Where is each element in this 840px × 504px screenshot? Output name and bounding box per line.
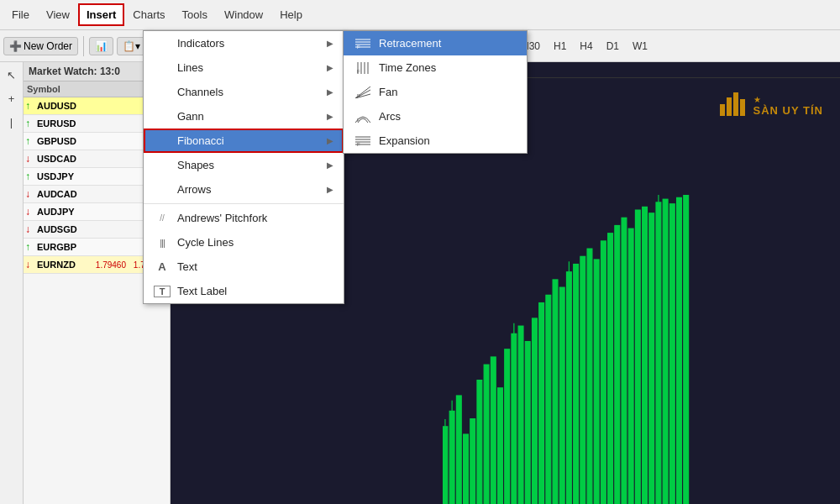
svg-rect-30 xyxy=(622,218,627,504)
svg-rect-7 xyxy=(463,434,468,504)
submenu-entry-expansion[interactable]: F Expansion xyxy=(344,129,527,153)
svg-rect-1 xyxy=(727,97,732,116)
svg-rect-34 xyxy=(649,213,654,504)
svg-text:F: F xyxy=(357,45,360,50)
arrow-down-icon: ↓ xyxy=(25,206,37,218)
svg-rect-25 xyxy=(587,249,592,504)
svg-rect-17 xyxy=(532,318,537,504)
svg-rect-9 xyxy=(477,381,482,504)
menu-entry-text-label[interactable]: T Text Label xyxy=(144,279,344,303)
watermark-brand: SÀN UY TÍN xyxy=(753,104,823,117)
menu-entry-fibonacci[interactable]: Fibonacci ▶ xyxy=(144,129,344,153)
tf-h4[interactable]: H4 xyxy=(575,39,597,54)
line-tool[interactable]: | xyxy=(3,113,21,131)
menu-window[interactable]: Window xyxy=(216,3,271,26)
svg-rect-14 xyxy=(512,333,517,504)
svg-rect-31 xyxy=(628,228,633,504)
menu-tools[interactable]: Tools xyxy=(174,3,216,26)
arrow-down-icon: ↓ xyxy=(25,223,37,235)
svg-rect-0 xyxy=(720,104,725,116)
chart-type-btn[interactable]: 📊 xyxy=(89,37,113,55)
menu-entry-gann[interactable]: Gann ▶ xyxy=(144,104,344,129)
crosshair-tool[interactable]: + xyxy=(3,89,21,108)
svg-text:F: F xyxy=(357,142,360,147)
menu-charts[interactable]: Charts xyxy=(124,3,173,26)
svg-rect-18 xyxy=(539,303,544,504)
submenu-entry-arcs[interactable]: F Arcs xyxy=(344,104,527,129)
expansion-icon: F xyxy=(354,135,372,147)
text-label-icon: T xyxy=(154,286,171,297)
submenu-arrow-icon: ▶ xyxy=(327,63,333,72)
menu-view[interactable]: View xyxy=(38,3,78,26)
arrow-down-icon: ↓ xyxy=(25,259,37,270)
svg-rect-8 xyxy=(470,419,475,504)
submenu-arrow-icon: ▶ xyxy=(327,112,333,121)
time-zones-icon: F xyxy=(354,62,372,74)
pitchfork-icon: // xyxy=(154,213,171,223)
menu-entry-lines[interactable]: Lines ▶ xyxy=(144,55,344,80)
tf-h1[interactable]: H1 xyxy=(549,39,571,54)
arrow-down-icon: ↓ xyxy=(25,153,37,165)
menu-entry-indicators[interactable]: Indicators ▶ xyxy=(144,31,344,55)
add-icon: ➕ xyxy=(9,40,22,52)
svg-rect-38 xyxy=(676,197,681,504)
watermark-chart-icon xyxy=(718,87,748,123)
svg-rect-19 xyxy=(546,295,551,504)
svg-rect-23 xyxy=(573,265,578,504)
svg-rect-12 xyxy=(497,388,502,504)
watermark-star: ★ xyxy=(753,95,823,104)
submenu-arrow-icon: ▶ xyxy=(327,39,333,48)
arrow-up-icon: ↑ xyxy=(25,171,37,182)
submenu-entry-retracement[interactable]: F Retracement xyxy=(344,31,527,55)
tf-w1[interactable]: W1 xyxy=(627,39,653,54)
menu-entry-channels[interactable]: Channels ▶ xyxy=(144,80,344,104)
arcs-icon: F xyxy=(354,111,372,123)
svg-rect-4 xyxy=(443,427,448,504)
svg-rect-2 xyxy=(733,92,738,116)
svg-rect-27 xyxy=(601,241,606,504)
arrow-up-icon: ↑ xyxy=(25,100,37,112)
svg-rect-35 xyxy=(656,202,661,504)
menu-entry-text[interactable]: A Text xyxy=(144,255,344,279)
insert-menu[interactable]: Indicators ▶ Lines ▶ Channels ▶ Gann ▶ xyxy=(143,30,344,304)
tf-d1[interactable]: D1 xyxy=(601,39,624,54)
submenu-arrow-icon: ▶ xyxy=(327,136,333,145)
svg-text:F: F xyxy=(357,118,360,123)
menu-entry-shapes[interactable]: Shapes ▶ xyxy=(144,153,344,177)
svg-rect-10 xyxy=(484,365,489,504)
svg-rect-20 xyxy=(553,280,558,504)
submenu-arrow-icon: ▶ xyxy=(327,185,333,194)
menu-entry-arrows[interactable]: Arrows ▶ xyxy=(144,177,344,202)
menu-divider xyxy=(144,203,344,204)
menu-insert[interactable]: Insert xyxy=(78,3,124,26)
svg-rect-22 xyxy=(566,272,571,504)
submenu-arrow-icon: ▶ xyxy=(327,87,333,97)
svg-rect-32 xyxy=(635,210,640,504)
arrow-down-icon: ↓ xyxy=(25,188,37,200)
col-bid-header xyxy=(82,81,129,97)
chart-visualization xyxy=(438,195,840,504)
menu-help[interactable]: Help xyxy=(271,3,311,26)
svg-rect-24 xyxy=(580,256,585,504)
svg-rect-15 xyxy=(518,326,523,504)
menu-entry-cycle-lines[interactable]: ||| Cycle Lines xyxy=(144,230,344,255)
arrow-up-icon: ↑ xyxy=(25,135,37,147)
template-btn[interactable]: 📋▾ xyxy=(117,37,146,55)
submenu-entry-fan[interactable]: F Fan xyxy=(344,80,527,104)
cursor-tool[interactable]: ↖ xyxy=(3,66,21,84)
watermark-text-block: ★ SÀN UY TÍN xyxy=(753,95,823,117)
menu-file[interactable]: File xyxy=(3,3,38,26)
svg-rect-3 xyxy=(740,99,745,116)
new-order-btn[interactable]: ➕ New Order xyxy=(3,37,78,55)
submenu-entry-time-zones[interactable]: F Time Zones xyxy=(344,55,527,80)
svg-rect-29 xyxy=(615,226,620,504)
menu-entry-pitchfork[interactable]: // Andrews' Pitchfork xyxy=(144,206,344,230)
arrow-up-icon: ↑ xyxy=(25,241,37,253)
toolbar-sep-1 xyxy=(83,36,84,56)
svg-text:F: F xyxy=(357,93,360,98)
submenu-arrow-icon: ▶ xyxy=(327,160,333,170)
fan-icon: F xyxy=(354,87,372,98)
fibonacci-submenu[interactable]: F Retracement F Time Zones xyxy=(343,30,528,154)
svg-rect-37 xyxy=(669,204,675,504)
watermark: ★ SÀN UY TÍN xyxy=(718,87,823,123)
